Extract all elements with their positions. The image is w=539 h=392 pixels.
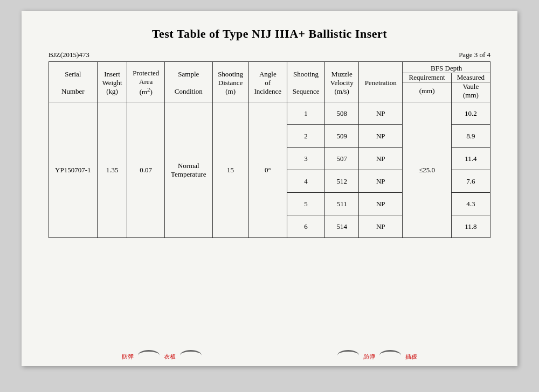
meta-row: BJZ(2015)473 Page 3 of 4 bbox=[49, 51, 490, 59]
label-4: 插板 bbox=[405, 353, 417, 361]
shape-4 bbox=[379, 350, 401, 361]
col-condition: SampleCondition bbox=[165, 62, 213, 102]
col-weight: InsertWeight(kg) bbox=[97, 62, 127, 102]
col-bfs-meas: Measured bbox=[451, 73, 490, 82]
col-serial: SerialNumber bbox=[49, 62, 98, 102]
image-left: 防弹 衣板 bbox=[122, 350, 202, 361]
table-row: YP150707-11.350.07NormalTemperature150°1… bbox=[49, 102, 490, 125]
col-distance: ShootingDistance(m) bbox=[212, 62, 248, 102]
header-row-1: SerialNumber InsertWeight(kg) ProtectedA… bbox=[49, 62, 490, 73]
col-bfs: BFS Depth bbox=[403, 62, 490, 73]
shape-1 bbox=[138, 350, 160, 361]
test-table: SerialNumber InsertWeight(kg) ProtectedA… bbox=[49, 61, 490, 238]
col-penetration: Penetration bbox=[359, 62, 403, 102]
col-bfs-req: Requirement bbox=[403, 73, 451, 82]
col-area: ProtectedArea(m2) bbox=[127, 62, 165, 102]
bottom-images: 防弹 衣板 防弹 插板 bbox=[22, 350, 517, 361]
shape-2 bbox=[180, 350, 202, 361]
label-1: 防弹 bbox=[121, 353, 134, 361]
document-page: Test Table of Type NIJ IIIA+ Ballistic I… bbox=[22, 11, 517, 366]
page-info: Page 3 of 4 bbox=[459, 51, 490, 59]
shape-3 bbox=[337, 350, 359, 361]
col-bfs-req-unit: (mm) bbox=[403, 82, 451, 102]
page-title: Test Table of Type NIJ IIIA+ Ballistic I… bbox=[49, 27, 490, 41]
col-angle: AngleofIncidence bbox=[248, 62, 287, 102]
col-velocity: MuzzleVelocity(m/s) bbox=[325, 62, 359, 102]
reference-number: BJZ(2015)473 bbox=[49, 51, 89, 59]
label-3: 防弹 bbox=[363, 353, 375, 361]
col-bfs-meas-unit: Vaule(mm) bbox=[451, 82, 490, 102]
image-right: 防弹 插板 bbox=[337, 350, 417, 361]
col-sequence: ShootingSequence bbox=[287, 62, 324, 102]
label-2: 衣板 bbox=[163, 353, 176, 361]
